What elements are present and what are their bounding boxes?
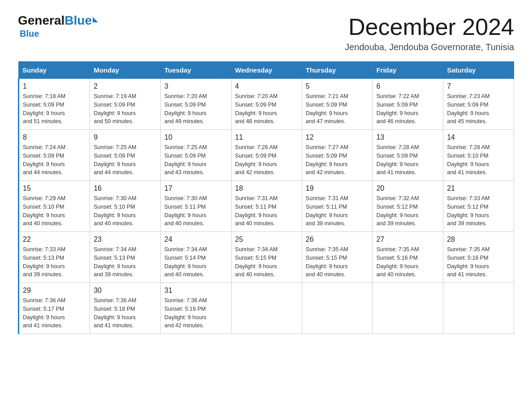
day-number: 20: [376, 184, 439, 193]
day-number: 26: [306, 235, 369, 244]
day-number: 1: [23, 82, 86, 90]
day-number: 5: [306, 82, 369, 90]
day-info: Sunrise: 7:34 AMSunset: 5:13 PMDaylight:…: [94, 245, 157, 279]
day-number: 23: [94, 235, 157, 244]
calendar-cell: [231, 283, 302, 334]
calendar-cell: 21Sunrise: 7:33 AMSunset: 5:12 PMDayligh…: [443, 181, 514, 232]
day-info: Sunrise: 7:23 AMSunset: 5:09 PMDaylight:…: [447, 92, 510, 126]
day-number: 27: [376, 235, 439, 244]
calendar-cell: 23Sunrise: 7:34 AMSunset: 5:13 PMDayligh…: [90, 232, 161, 283]
calendar-cell: 29Sunrise: 7:36 AMSunset: 5:17 PMDayligh…: [19, 283, 90, 334]
header-monday: Monday: [90, 62, 161, 79]
day-number: 19: [306, 184, 369, 193]
day-number: 13: [376, 133, 439, 141]
day-number: 2: [94, 82, 157, 90]
calendar-cell: 26Sunrise: 7:35 AMSunset: 5:15 PMDayligh…: [302, 232, 373, 283]
day-info: Sunrise: 7:35 AMSunset: 5:16 PMDaylight:…: [376, 245, 439, 279]
calendar-cell: 30Sunrise: 7:36 AMSunset: 5:18 PMDayligh…: [90, 283, 161, 334]
day-info: Sunrise: 7:36 AMSunset: 5:18 PMDaylight:…: [94, 296, 157, 330]
day-number: 4: [235, 82, 298, 90]
day-number: 10: [164, 133, 227, 141]
calendar-cell: 4Sunrise: 7:20 AMSunset: 5:09 PMDaylight…: [231, 79, 302, 130]
title-area: December 2024 Jendouba, Jendouba Governo…: [345, 13, 514, 52]
page-header: General Blue Blue December 2024 Jendouba…: [18, 13, 514, 52]
calendar-cell: 8Sunrise: 7:24 AMSunset: 5:09 PMDaylight…: [19, 130, 90, 181]
calendar-week-row: 22Sunrise: 7:33 AMSunset: 5:13 PMDayligh…: [19, 232, 514, 283]
day-number: 18: [235, 184, 298, 193]
day-info: Sunrise: 7:33 AMSunset: 5:13 PMDaylight:…: [23, 245, 86, 279]
calendar-cell: [302, 283, 373, 334]
calendar-cell: 14Sunrise: 7:28 AMSunset: 5:10 PMDayligh…: [443, 130, 514, 181]
day-info: Sunrise: 7:34 AMSunset: 5:15 PMDaylight:…: [235, 245, 298, 279]
day-number: 28: [447, 235, 510, 244]
day-number: 8: [23, 133, 86, 141]
day-info: Sunrise: 7:30 AMSunset: 5:10 PMDaylight:…: [94, 194, 157, 228]
day-info: Sunrise: 7:19 AMSunset: 5:09 PMDaylight:…: [94, 92, 157, 126]
day-number: 24: [164, 235, 227, 244]
day-info: Sunrise: 7:28 AMSunset: 5:10 PMDaylight:…: [447, 143, 510, 177]
day-number: 29: [23, 287, 86, 295]
day-info: Sunrise: 7:33 AMSunset: 5:12 PMDaylight:…: [447, 194, 510, 228]
calendar-cell: 11Sunrise: 7:26 AMSunset: 5:09 PMDayligh…: [231, 130, 302, 181]
month-title: December 2024: [345, 13, 514, 40]
calendar-cell: 20Sunrise: 7:32 AMSunset: 5:12 PMDayligh…: [373, 181, 443, 232]
calendar-cell: 28Sunrise: 7:35 AMSunset: 5:16 PMDayligh…: [443, 232, 514, 283]
logo-blue-label: Blue: [20, 29, 39, 39]
header-sunday: Sunday: [19, 62, 90, 79]
day-number: 7: [447, 82, 510, 90]
day-info: Sunrise: 7:29 AMSunset: 5:10 PMDaylight:…: [23, 194, 86, 228]
day-number: 30: [94, 287, 157, 295]
calendar-week-row: 15Sunrise: 7:29 AMSunset: 5:10 PMDayligh…: [19, 181, 514, 232]
header-wednesday: Wednesday: [231, 62, 302, 79]
day-info: Sunrise: 7:20 AMSunset: 5:09 PMDaylight:…: [164, 92, 227, 126]
header-saturday: Saturday: [443, 62, 514, 79]
calendar-cell: [443, 283, 514, 334]
day-info: Sunrise: 7:35 AMSunset: 5:16 PMDaylight:…: [447, 245, 510, 279]
calendar-cell: [373, 283, 443, 334]
header-tuesday: Tuesday: [161, 62, 232, 79]
calendar-cell: 10Sunrise: 7:25 AMSunset: 5:09 PMDayligh…: [161, 130, 232, 181]
calendar-cell: 2Sunrise: 7:19 AMSunset: 5:09 PMDaylight…: [90, 79, 161, 130]
day-info: Sunrise: 7:30 AMSunset: 5:11 PMDaylight:…: [164, 194, 227, 228]
day-info: Sunrise: 7:25 AMSunset: 5:09 PMDaylight:…: [94, 143, 157, 177]
calendar-header-row: SundayMondayTuesdayWednesdayThursdayFrid…: [19, 62, 514, 79]
day-info: Sunrise: 7:21 AMSunset: 5:09 PMDaylight:…: [306, 92, 369, 126]
logo-general-text: General: [18, 13, 64, 28]
day-number: 25: [235, 235, 298, 244]
calendar-cell: 15Sunrise: 7:29 AMSunset: 5:10 PMDayligh…: [19, 181, 90, 232]
day-number: 15: [23, 184, 86, 193]
day-info: Sunrise: 7:24 AMSunset: 5:09 PMDaylight:…: [23, 143, 86, 177]
day-info: Sunrise: 7:36 AMSunset: 5:19 PMDaylight:…: [164, 296, 227, 330]
day-info: Sunrise: 7:34 AMSunset: 5:14 PMDaylight:…: [164, 245, 227, 279]
calendar-cell: 7Sunrise: 7:23 AMSunset: 5:09 PMDaylight…: [443, 79, 514, 130]
day-number: 16: [94, 184, 157, 193]
day-number: 14: [447, 133, 510, 141]
header-friday: Friday: [373, 62, 443, 79]
calendar-cell: 16Sunrise: 7:30 AMSunset: 5:10 PMDayligh…: [90, 181, 161, 232]
calendar-cell: 22Sunrise: 7:33 AMSunset: 5:13 PMDayligh…: [19, 232, 90, 283]
day-number: 31: [164, 287, 227, 295]
day-number: 6: [376, 82, 439, 90]
calendar-cell: 17Sunrise: 7:30 AMSunset: 5:11 PMDayligh…: [161, 181, 232, 232]
day-number: 11: [235, 133, 298, 141]
day-info: Sunrise: 7:20 AMSunset: 5:09 PMDaylight:…: [235, 92, 298, 126]
calendar-cell: 18Sunrise: 7:31 AMSunset: 5:11 PMDayligh…: [231, 181, 302, 232]
day-number: 17: [164, 184, 227, 193]
logo: General Blue Blue: [18, 13, 98, 39]
day-info: Sunrise: 7:27 AMSunset: 5:09 PMDaylight:…: [306, 143, 369, 177]
day-number: 3: [164, 82, 227, 90]
day-number: 21: [447, 184, 510, 193]
day-info: Sunrise: 7:36 AMSunset: 5:17 PMDaylight:…: [23, 296, 86, 330]
calendar-cell: 5Sunrise: 7:21 AMSunset: 5:09 PMDaylight…: [302, 79, 373, 130]
calendar-cell: 24Sunrise: 7:34 AMSunset: 5:14 PMDayligh…: [161, 232, 232, 283]
calendar-cell: 1Sunrise: 7:18 AMSunset: 5:09 PMDaylight…: [19, 79, 90, 130]
day-info: Sunrise: 7:35 AMSunset: 5:15 PMDaylight:…: [306, 245, 369, 279]
calendar-cell: 9Sunrise: 7:25 AMSunset: 5:09 PMDaylight…: [90, 130, 161, 181]
calendar-week-row: 29Sunrise: 7:36 AMSunset: 5:17 PMDayligh…: [19, 283, 514, 334]
day-info: Sunrise: 7:25 AMSunset: 5:09 PMDaylight:…: [164, 143, 227, 177]
day-info: Sunrise: 7:28 AMSunset: 5:09 PMDaylight:…: [376, 143, 439, 177]
location-title: Jendouba, Jendouba Governorate, Tunisia: [345, 42, 514, 52]
calendar-cell: 27Sunrise: 7:35 AMSunset: 5:16 PMDayligh…: [373, 232, 443, 283]
calendar-cell: 19Sunrise: 7:31 AMSunset: 5:11 PMDayligh…: [302, 181, 373, 232]
day-info: Sunrise: 7:32 AMSunset: 5:12 PMDaylight:…: [376, 194, 439, 228]
